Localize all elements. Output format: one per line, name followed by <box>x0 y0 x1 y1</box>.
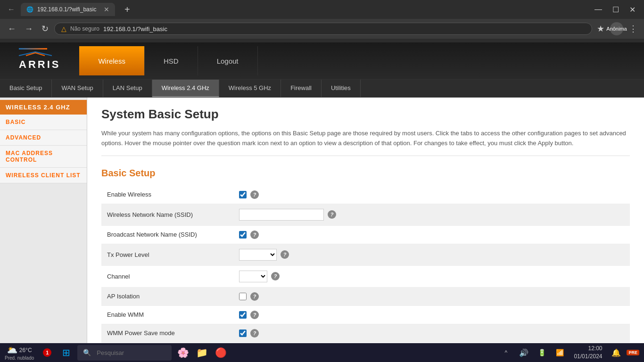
checkbox-ap-isolation[interactable] <box>239 293 247 300</box>
taskbar-search[interactable]: 🔍 <box>77 345 172 361</box>
start-button[interactable]: ⊞ <box>58 345 74 360</box>
menu-button[interactable]: ⋮ <box>627 22 639 36</box>
top-nav-logout-label: Logout <box>217 57 239 65</box>
window-close-button[interactable]: ✕ <box>625 4 640 15</box>
row-channel: Channel ? <box>101 265 630 287</box>
nav-forward-button[interactable]: → <box>22 23 36 35</box>
nav-refresh-button[interactable]: ↻ <box>39 23 51 35</box>
label-ap-isolation: AP Isolation <box>101 287 233 305</box>
tab-utilities[interactable]: Utilities <box>322 80 361 97</box>
help-ap-isolation[interactable]: ? <box>250 292 259 301</box>
checkbox-enable-wmm[interactable] <box>239 311 247 319</box>
taskbar-app-browser[interactable]: 🔴 <box>213 345 228 360</box>
help-wmm-power-save[interactable]: ? <box>250 329 259 337</box>
battery-icon: 🔋 <box>538 349 546 356</box>
checkbox-broadcast-ssid[interactable] <box>239 231 247 239</box>
brand-name: ARRIS <box>19 58 60 70</box>
weather-widget: 🌥️ 26°C Pred. nublado <box>5 345 34 361</box>
tab-wireless-2-4[interactable]: Wireless 2.4 GHz <box>152 80 219 97</box>
profile-label: Anônima <box>606 26 627 32</box>
input-ssid[interactable] <box>239 209 324 221</box>
sidebar-section-title: WIRELESS 2.4 GHZ <box>0 100 87 115</box>
arris-arrow-icon <box>19 51 52 57</box>
settings-form: Enable Wireless ? Wireless Network Nam <box>101 186 630 349</box>
label-enable-wmm: Enable WMM <box>101 305 233 324</box>
label-broadcast-ssid: Broadcast Network Name (SSID) <box>101 225 233 244</box>
content-area: System Basic Setup While your system has… <box>87 98 644 349</box>
tab-close-button[interactable]: ✕ <box>104 6 109 13</box>
profile-button[interactable]: Anônima <box>610 22 623 35</box>
taskbar-notification-badge[interactable]: 1 <box>40 345 55 360</box>
tab-wireless-5[interactable]: Wireless 5 GHz <box>219 80 281 97</box>
secondary-navigation: Basic Setup WAN Setup LAN Setup Wireless… <box>0 80 644 98</box>
top-nav-hsd-label: HSD <box>164 57 179 65</box>
tab-favicon: 🌐 <box>26 6 33 13</box>
help-ssid[interactable]: ? <box>328 210 336 219</box>
top-nav-wireless-label: Wireless <box>98 57 125 65</box>
tray-battery[interactable]: 🔋 <box>534 345 549 360</box>
url-display: 192.168.0.1/?wifi_basic <box>103 25 167 33</box>
tray-speaker[interactable]: 🔊 <box>516 345 531 360</box>
weather-temp: 26°C <box>19 347 32 354</box>
tray-network[interactable]: 📶 <box>552 345 567 360</box>
bell-icon: 🔔 <box>611 348 621 357</box>
preview-badge: PRE <box>627 350 639 355</box>
checkbox-wmm-power-save[interactable] <box>239 329 247 337</box>
sidebar: WIRELESS 2.4 GHZ BASIC ADVANCED MAC ADDR… <box>0 98 87 349</box>
window-maximize-button[interactable]: ☐ <box>608 4 624 15</box>
sidebar-item-advanced[interactable]: ADVANCED <box>0 130 87 146</box>
row-wmm-power-save: WMM Power Save mode ? <box>101 324 630 342</box>
top-nav-hsd[interactable]: HSD <box>145 46 198 75</box>
weather-desc: Pred. nublado <box>5 355 34 361</box>
basic-setup-title: Basic Setup <box>101 168 630 179</box>
arris-brand: ARRIS <box>19 51 60 71</box>
tab-wan-setup[interactable]: WAN Setup <box>52 80 103 97</box>
folder-icon: 📁 <box>196 347 208 358</box>
sidebar-item-basic[interactable]: BASIC <box>0 115 87 130</box>
browser-tab[interactable]: 🌐 192.168.0.1/?wifi_basic ✕ <box>21 3 115 16</box>
flower-icon: 🌸 <box>177 347 189 358</box>
new-tab-button[interactable]: + <box>121 4 134 15</box>
label-wmm-power-save: WMM Power Save mode <box>101 324 233 342</box>
main-content: WIRELESS 2.4 GHZ BASIC ADVANCED MAC ADDR… <box>0 98 644 349</box>
help-enable-wmm[interactable]: ? <box>250 311 259 319</box>
row-tx-power: Tx Power Level ? <box>101 244 630 265</box>
not-secure-label: Não seguro <box>70 25 99 32</box>
chrome-icon: 🔴 <box>215 347 227 358</box>
tab-basic-setup[interactable]: Basic Setup <box>0 80 52 97</box>
taskbar-app-icon-1[interactable]: 🌸 <box>175 345 190 360</box>
taskbar-app-files[interactable]: 📁 <box>194 345 209 360</box>
tab-title: 192.168.0.1/?wifi_basic <box>37 6 96 13</box>
tab-firewall[interactable]: Firewall <box>281 80 322 97</box>
nav-back-button[interactable]: ← <box>5 23 19 35</box>
help-enable-wireless[interactable]: ? <box>250 190 259 199</box>
notification-center[interactable]: 🔔 <box>609 345 624 360</box>
taskbar: 🌥️ 26°C Pred. nublado 1 ⊞ 🔍 🌸 📁 🔴 ^ 🔊 <box>0 343 644 362</box>
help-tx-power[interactable]: ? <box>281 250 289 259</box>
top-nav-wireless[interactable]: Wireless <box>79 46 145 75</box>
top-nav-logout[interactable]: Logout <box>198 46 258 75</box>
browser-back-button[interactable]: ← <box>4 4 19 15</box>
description-text: While your system has many configuration… <box>101 129 630 156</box>
tray-up-arrow[interactable]: ^ <box>498 345 513 360</box>
sidebar-item-wireless-client-list[interactable]: WIRELESS CLIENT LIST <box>0 168 87 183</box>
help-channel[interactable]: ? <box>271 272 280 280</box>
search-input[interactable] <box>94 347 165 358</box>
window-minimize-button[interactable]: — <box>590 4 607 15</box>
bookmark-button[interactable]: ★ <box>595 22 606 36</box>
weather-icon: 🌥️ <box>7 345 17 355</box>
select-channel[interactable] <box>239 271 267 282</box>
network-icon: 📶 <box>556 349 564 356</box>
row-enable-wireless: Enable Wireless ? <box>101 186 630 204</box>
address-bar[interactable]: △ Não seguro 192.168.0.1/?wifi_basic <box>54 23 592 35</box>
chevron-up-icon: ^ <box>505 349 508 356</box>
tab-lan-setup[interactable]: LAN Setup <box>103 80 152 97</box>
page-title: System Basic Setup <box>101 107 630 122</box>
help-broadcast-ssid[interactable]: ? <box>250 230 259 239</box>
top-navigation: Wireless HSD Logout <box>79 46 644 75</box>
sidebar-item-mac-address-control[interactable]: MAC ADDRESS CONTROL <box>0 146 87 168</box>
warning-icon: △ <box>61 25 66 33</box>
select-tx-power[interactable] <box>239 249 277 261</box>
router-header: ARRIS Wireless HSD Logout <box>0 42 644 80</box>
checkbox-enable-wireless[interactable] <box>239 191 247 198</box>
